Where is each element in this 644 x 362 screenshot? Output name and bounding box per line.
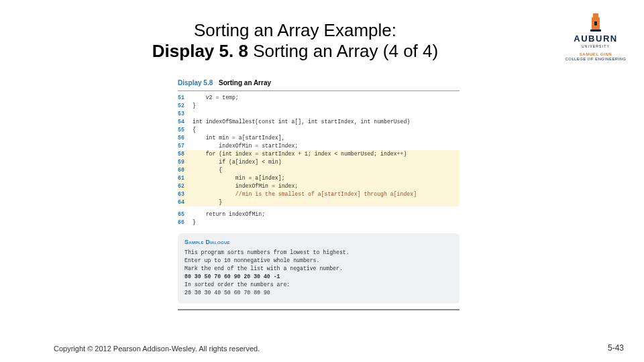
sample-output-line: 20 30 30 40 50 60 70 80 90 xyxy=(184,289,453,297)
code-line: 53 xyxy=(178,110,460,118)
display-title: Sorting an Array xyxy=(219,79,271,86)
svg-rect-0 xyxy=(593,13,598,17)
sample-dialogue-box: Sample Dialogue This program sorts numbe… xyxy=(178,233,460,304)
line-number: 51 xyxy=(178,94,193,102)
title-rest: Sorting an Array (4 of 4) xyxy=(248,41,438,61)
code-line: 54int indexOfSmallest(const int a[], int… xyxy=(178,118,460,126)
bottom-rule xyxy=(178,309,460,310)
code-line: 62 indexOfMin = index; xyxy=(178,182,460,190)
auburn-logo: AUBURN UNIVERSITY SAMUEL GINN COLLEGE OF… xyxy=(562,12,629,61)
title-line-2: Display 5. 8 Sorting an Array (4 of 4) xyxy=(54,41,537,62)
code-line: 59 if (a[index] < min) xyxy=(178,158,460,166)
logo-word: AUBURN xyxy=(562,34,629,44)
code-listing: 51 v2 = temp;52}5354int indexOfSmallest(… xyxy=(178,94,460,227)
code-text: for (int index = startIndex + 1; index <… xyxy=(193,150,407,158)
line-number: 54 xyxy=(178,118,193,126)
tower-icon xyxy=(588,12,603,32)
line-number: 53 xyxy=(178,110,193,118)
code-text: } xyxy=(193,198,222,206)
line-number: 59 xyxy=(178,158,193,166)
slide: Sorting an Array Example: Display 5. 8 S… xyxy=(0,0,644,362)
code-line: 58 for (int index = startIndex + 1; inde… xyxy=(178,150,460,158)
code-text: v2 = temp; xyxy=(193,94,239,102)
code-text: int min = a[startIndex], xyxy=(193,134,285,142)
code-line: 57 indexOfMin = startIndex; xyxy=(178,142,460,150)
copyright-text: Copyright © 2012 Pearson Addison-Wesley.… xyxy=(54,345,260,353)
sample-body: This program sorts numbers from lowest t… xyxy=(184,249,453,297)
code-line: 63 //min is the smallest of a[startIndex… xyxy=(178,190,460,198)
sample-line: In sorted order the numbers are: xyxy=(184,281,453,289)
svg-rect-3 xyxy=(594,21,597,25)
code-line: 55{ xyxy=(178,126,460,134)
page-number: 5-43 xyxy=(608,343,624,353)
sample-heading: Sample Dialogue xyxy=(184,239,453,245)
code-line: 52} xyxy=(178,102,460,110)
code-line: 66} xyxy=(178,219,460,227)
code-line: 61 min = a[index]; xyxy=(178,174,460,182)
code-text: { xyxy=(193,166,222,174)
sample-line: This program sorts numbers from lowest t… xyxy=(184,249,453,257)
line-number: 61 xyxy=(178,174,193,182)
code-figure: Display 5.8 Sorting an Array 51 v2 = tem… xyxy=(178,79,460,310)
sample-input-line: 80 30 50 70 60 90 20 30 40 -1 xyxy=(184,273,453,281)
code-text: if (a[index] < min) xyxy=(193,158,282,166)
code-text: } xyxy=(193,219,196,227)
code-text: } xyxy=(193,102,196,110)
code-line: 64 } xyxy=(178,198,460,206)
figure-rule xyxy=(178,90,460,91)
line-number: 52 xyxy=(178,102,193,110)
line-number: 60 xyxy=(178,166,193,174)
line-number: 63 xyxy=(178,190,193,198)
code-text: indexOfMin = index; xyxy=(193,182,298,190)
svg-rect-2 xyxy=(590,29,601,32)
code-line: 56 int min = a[startIndex], xyxy=(178,134,460,142)
code-line: 51 v2 = temp; xyxy=(178,94,460,102)
code-text: return indexOfMin; xyxy=(193,210,265,219)
sample-line: Enter up to 10 nonnegative whole numbers… xyxy=(184,257,453,265)
code-text: indexOfMin = startIndex; xyxy=(193,142,298,150)
code-text: //min is the smallest of a[startIndex] t… xyxy=(193,190,417,198)
line-number: 58 xyxy=(178,150,193,158)
line-number: 62 xyxy=(178,182,193,190)
code-line: 60 { xyxy=(178,166,460,174)
line-number: 55 xyxy=(178,126,193,134)
line-number: 64 xyxy=(178,198,193,206)
logo-university: UNIVERSITY xyxy=(562,44,629,48)
code-line: 65 return indexOfMin; xyxy=(178,210,460,219)
line-number: 56 xyxy=(178,134,193,142)
line-number: 66 xyxy=(178,219,193,227)
logo-sub2: COLLEGE OF ENGINEERING xyxy=(562,57,629,61)
title-line-1: Sorting an Array Example: xyxy=(54,20,537,41)
figure-header: Display 5.8 Sorting an Array xyxy=(178,79,460,86)
slide-title: Sorting an Array Example: Display 5. 8 S… xyxy=(54,20,537,62)
code-text: min = a[index]; xyxy=(193,174,285,182)
display-number: Display 5.8 xyxy=(178,79,213,86)
line-number: 65 xyxy=(178,210,193,219)
title-bold: Display 5. 8 xyxy=(152,41,248,61)
code-text: { xyxy=(193,126,196,134)
sample-line: Mark the end of the list with a negative… xyxy=(184,265,453,273)
code-text: int indexOfSmallest(const int a[], int s… xyxy=(193,118,410,126)
logo-sub1: SAMUEL GINN xyxy=(562,52,629,56)
line-number: 57 xyxy=(178,142,193,150)
